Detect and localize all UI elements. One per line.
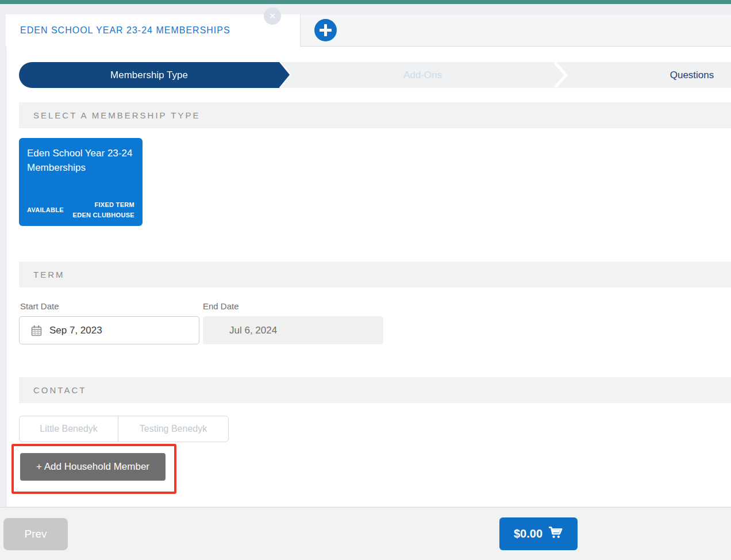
section-header-term: TERM xyxy=(19,262,731,287)
active-tab[interactable]: EDEN SCHOOL YEAR 23-24 MEMBERSHIPS xyxy=(6,14,300,47)
close-tab-icon[interactable]: ✕ xyxy=(264,7,281,25)
availability-badge: AVAILABLE xyxy=(27,206,64,213)
section-header-membership-type: SELECT A MEMBERSHIP TYPE xyxy=(19,102,731,128)
term-type-badge: FIXED TERM xyxy=(94,201,134,208)
start-date-input[interactable]: Sep 7, 2023 xyxy=(19,316,199,344)
membership-card-footer: AVAILABLE FIXED TERM EDEN CLUBHOUSE xyxy=(19,200,143,220)
step-label: Questions xyxy=(670,70,714,81)
top-teal-bar xyxy=(0,0,731,4)
chevron-right-icon xyxy=(553,62,568,88)
location-badge: EDEN CLUBHOUSE xyxy=(73,212,135,218)
membership-card[interactable]: Eden School Year 23-24 Memberships AVAIL… xyxy=(19,138,143,226)
membership-card-tags: FIXED TERM EDEN CLUBHOUSE xyxy=(73,200,135,220)
prev-button[interactable]: Prev xyxy=(3,518,68,550)
end-date-input-disabled: Jul 6, 2024 xyxy=(203,316,383,344)
membership-wizard-screen: EDEN SCHOOL YEAR 23-24 MEMBERSHIPS ✕ Mem… xyxy=(0,0,731,560)
wizard-steps: Membership Type Add-Ons Questions xyxy=(19,62,731,88)
section-header-contact: CONTACT xyxy=(19,377,731,403)
step-label: Membership Type xyxy=(110,70,188,81)
step-add-ons: Add-Ons xyxy=(290,62,555,88)
add-household-member-button[interactable]: + Add Household Member xyxy=(20,453,166,481)
membership-card-title: Eden School Year 23-24 Memberships xyxy=(19,138,143,175)
end-date-value: Jul 6, 2024 xyxy=(229,325,277,336)
step-label: Add-Ons xyxy=(403,70,442,81)
section-header-label: SELECT A MEMBERSHIP TYPE xyxy=(33,110,200,120)
contact-option-little-benedyk[interactable]: Little Benedyk xyxy=(20,416,118,442)
tab-bar-empty-area xyxy=(300,14,731,47)
cart-total-button[interactable]: $0.00 xyxy=(499,517,578,550)
step-questions[interactable]: Questions xyxy=(568,62,731,88)
footer-bar: Prev $0.00 xyxy=(0,507,731,560)
cart-icon xyxy=(548,526,563,542)
tab-title: EDEN SCHOOL YEAR 23-24 MEMBERSHIPS xyxy=(20,25,230,36)
plus-icon-bar xyxy=(324,24,327,36)
start-date-label: Start Date xyxy=(20,301,59,311)
contact-selector-group: Little Benedyk Testing Benedyk xyxy=(19,416,229,442)
cart-total-value: $0.00 xyxy=(514,527,543,540)
new-tab-plus-icon[interactable] xyxy=(314,19,337,41)
step-membership-type[interactable]: Membership Type xyxy=(19,62,279,88)
start-date-value: Sep 7, 2023 xyxy=(49,325,102,336)
contact-option-testing-benedyk[interactable]: Testing Benedyk xyxy=(118,416,228,442)
end-date-label: End Date xyxy=(203,301,239,311)
section-header-label: TERM xyxy=(33,270,65,279)
section-header-label: CONTACT xyxy=(33,385,86,395)
calendar-icon xyxy=(31,325,42,336)
